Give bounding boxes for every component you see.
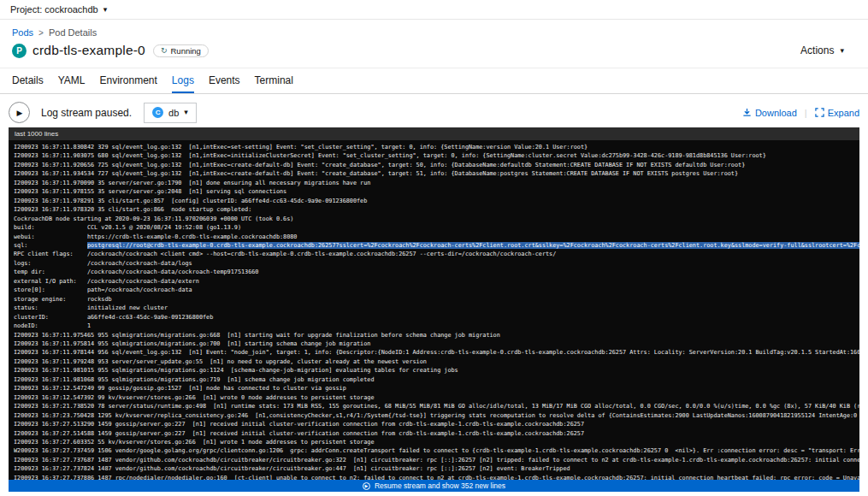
log-line: I200923 16:37:11.830842 329 sql/event_lo… <box>14 143 859 151</box>
log-line: I200923 16:37:11.978155 35 server/server… <box>14 187 859 196</box>
play-icon: ▶ <box>17 109 23 117</box>
log-line: RPC client flags: /cockroach/cockroach <… <box>14 250 859 258</box>
breadcrumb-link-pods[interactable]: Pods <box>12 27 33 38</box>
download-icon <box>742 108 752 117</box>
tab-bar: DetailsYAMLEnvironmentLogsEventsTerminal <box>0 68 868 94</box>
log-line: sql: postgresql://root@crdb-tls-example-… <box>14 241 859 250</box>
status-badge: ↻ Running <box>153 44 209 57</box>
caret-down-icon: ▾ <box>840 47 844 55</box>
expand-button[interactable]: Expand <box>815 108 859 118</box>
log-line: I200923 16:37:11.975465 955 sqlmigration… <box>14 331 859 340</box>
log-line: I200923 16:37:11.979248 953 server/serve… <box>14 357 859 366</box>
log-line: store[0]: path=/cockroach/cockroach-data <box>14 286 859 294</box>
container-select[interactable]: C db ▾ <box>144 103 197 123</box>
breadcrumb-separator: > <box>38 28 44 38</box>
page-title: crdb-tls-example-0 <box>32 43 145 58</box>
expand-label: Expand <box>828 108 859 118</box>
log-line: clusterID: a66ffe4d-cc63-45dc-9a9e-09123… <box>14 313 859 322</box>
tab-terminal[interactable]: Terminal <box>255 68 293 93</box>
log-line: I200923 16:37:23.750428 1295 kv/kvserver… <box>14 411 859 420</box>
log-line: W200923 16:37:27.737459 1506 vendor/goog… <box>14 446 859 455</box>
tab-logs[interactable]: Logs <box>172 68 194 93</box>
project-selector[interactable]: Project: cockroachdb ▾ <box>10 4 107 15</box>
log-line: logs: /cockroach/cockroach-data/logs <box>14 259 859 268</box>
log-line: I200923 16:37:12.547392 99 kv/kvserver/s… <box>14 393 859 402</box>
actions-dropdown[interactable]: Actions ▾ <box>800 44 856 56</box>
stream-status-text: Log stream paused. <box>41 107 132 119</box>
caret-down-icon: ▾ <box>184 109 188 116</box>
pod-badge-icon: P <box>12 44 27 58</box>
log-line: I200923 16:37:27.514588 1459 gossip/serv… <box>14 429 859 438</box>
download-label: Download <box>755 108 797 118</box>
status-label: Running <box>171 46 201 56</box>
log-line: I200923 16:37:11.981015 955 sqlmigration… <box>14 366 859 375</box>
tab-environment[interactable]: Environment <box>99 68 156 93</box>
log-line: status: initialized new cluster <box>14 304 859 312</box>
resume-icon: ▶ <box>363 482 370 490</box>
log-line: external I/O path: /cockroach/cockroach-… <box>14 277 859 286</box>
log-line: I200923 16:37:11.934534 727 sql/event_lo… <box>14 169 859 178</box>
log-line: I200923 16:37:11.975814 955 sqlmigration… <box>14 340 859 348</box>
resume-stream-bar[interactable]: ▶ Resume stream and show 352 new lines <box>9 480 859 492</box>
container-badge-icon: C <box>152 107 163 118</box>
breadcrumb-current: Pod Details <box>49 27 97 38</box>
log-line: I200923 16:37:11.903075 680 sql/event_lo… <box>14 151 859 160</box>
log-line: I200923 16:37:11.981068 955 sqlmigration… <box>14 375 859 384</box>
log-line: I200923 16:37:11.978320 35 cli/start.go:… <box>14 205 859 214</box>
log-line: webui: https://crdb-tls-example-0.crdb-t… <box>14 233 859 241</box>
sync-icon: ↻ <box>161 47 168 55</box>
log-line: I200923 16:37:27.513290 1459 gossip/serv… <box>14 420 859 428</box>
log-body[interactable]: I200923 16:37:11.830842 329 sql/event_lo… <box>9 140 859 482</box>
log-line: nodeID: 1 <box>14 322 859 330</box>
tab-yaml[interactable]: YAML <box>58 68 86 93</box>
actions-label: Actions <box>800 44 834 56</box>
resume-label: Resume stream and show 352 new lines <box>375 481 505 490</box>
caret-down-icon: ▾ <box>103 6 108 14</box>
log-line: I200923 16:37:11.978291 35 cli/start.go:… <box>14 197 859 205</box>
log-viewer: last 1000 lines I200923 16:37:11.830842 … <box>9 127 859 492</box>
page-header: P crdb-tls-example-0 ↻ Running Actions ▾ <box>12 43 856 58</box>
log-line: temp dir: /cockroach/cockroach-data/cock… <box>14 268 859 276</box>
log-line: build: CCL v20.1.5 @ 2020/08/24 19:52:08… <box>14 223 859 232</box>
log-line: I200923 16:37:11.970090 35 server/server… <box>14 179 859 187</box>
log-line: CockroachDB node starting at 2020-09-23 … <box>14 215 859 223</box>
log-line: I200923 16:37:11.920656 725 sql/event_lo… <box>14 161 859 169</box>
log-line: I200923 16:37:21.738520 78 server/status… <box>14 402 859 410</box>
project-bar: Project: cockroachdb ▾ <box>0 0 868 20</box>
log-line-count: last 1000 lines <box>15 130 58 138</box>
log-line: I200923 16:37:27.603352 55 kv/kvserver/s… <box>14 438 859 446</box>
selected-log-text: postgresql://root@crdb-tls-example-0.crd… <box>87 242 859 249</box>
toolbar-separator: | <box>805 108 807 118</box>
breadcrumb: Pods > Pod Details <box>12 27 856 38</box>
log-header: last 1000 lines <box>9 127 859 140</box>
expand-icon <box>815 108 824 117</box>
container-name: db <box>168 108 179 118</box>
log-line: I200923 16:37:12.547249 99 gossip/gossip… <box>14 384 859 393</box>
project-selector-label: Project: cockroachdb <box>10 4 98 15</box>
tab-details[interactable]: Details <box>12 68 44 93</box>
tab-events[interactable]: Events <box>209 68 240 93</box>
log-line: I200923 16:37:27.737687 1487 vendor/gith… <box>14 456 859 464</box>
play-button[interactable]: ▶ <box>9 102 30 123</box>
log-line: I200923 16:37:11.978144 956 sql/event_lo… <box>14 348 859 357</box>
log-toolbar: ▶ Log stream paused. C db ▾ Download | E… <box>9 102 859 123</box>
download-button[interactable]: Download <box>742 108 797 118</box>
log-line: I200923 16:37:27.737824 1487 vendor/gith… <box>14 464 859 473</box>
log-line: storage engine: rocksdb <box>14 295 859 304</box>
